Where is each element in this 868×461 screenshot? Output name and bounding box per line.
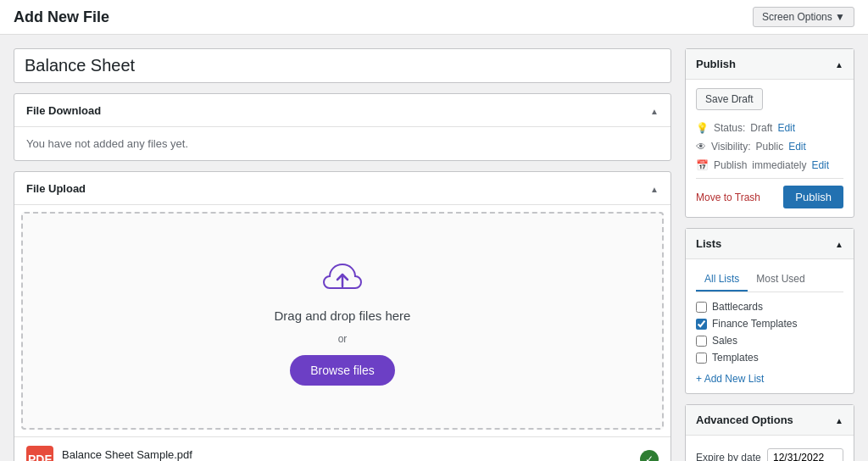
templates-checkbox[interactable] [696,353,707,364]
file-upload-header: File Upload [14,172,670,205]
list-item-battlecards[interactable]: Battlecards [696,301,843,313]
calendar-icon: 📅 [696,159,709,171]
save-draft-button[interactable]: Save Draft [696,88,763,110]
expire-by-date-input[interactable] [767,448,843,461]
file-download-empty-message: You have not added any files yet. [26,137,188,150]
advanced-options-toggle[interactable] [835,414,843,426]
status-icon: 💡 [696,122,709,134]
file-download-title: File Download [26,104,101,117]
advanced-options-heading: Advanced Options [696,414,793,426]
publish-button[interactable]: Publish [783,186,843,208]
list-item-templates[interactable]: Templates [696,352,843,364]
battlecards-checkbox[interactable] [696,302,707,313]
publish-heading: Publish [696,58,736,70]
templates-label: Templates [712,352,759,364]
drag-drop-text: Drag and drop files here [275,308,411,323]
publish-time-edit-link[interactable]: Edit [811,159,829,171]
publish-panel-header: Publish [686,49,854,80]
all-lists-tab[interactable]: All Lists [696,268,748,292]
upload-drop-zone[interactable]: Drag and drop files here or Browse files [21,212,664,430]
title-input[interactable] [14,48,671,83]
file-name: Balance Sheet Sample.pdf [62,448,192,461]
file-download-panel: File Download You have not added any fil… [14,93,671,161]
publish-time-value: immediately [752,159,806,171]
file-upload-title: File Upload [26,182,86,195]
lists-panel: Lists All Lists Most Used Battlecards Fi… [685,228,854,394]
screen-options-button[interactable]: Screen Options ▼ [753,7,854,27]
visibility-label: Visibility: [711,141,750,153]
file-item-left: PDF Balance Sheet Sample.pdf 3.98 MB [26,446,192,461]
finance-templates-label: Finance Templates [712,318,798,330]
lists-panel-header: Lists [686,229,854,259]
file-download-toggle[interactable] [650,103,659,118]
or-text: or [338,333,348,345]
most-used-tab[interactable]: Most Used [748,268,813,292]
lists-heading: Lists [696,237,721,250]
visibility-value: Public [755,141,783,153]
visibility-row: 👁 Visibility: Public Edit [696,137,843,156]
file-check-icon: ✓ [640,450,659,461]
list-item: PDF Balance Sheet Sample.pdf 3.98 MB ✓ [14,437,670,461]
advanced-options-panel: Advanced Options Expire by date Expire b… [685,404,854,461]
browse-files-button[interactable]: Browse files [290,355,394,386]
lists-tabs: All Lists Most Used [696,268,843,292]
add-new-list-link[interactable]: + Add New List [696,373,764,385]
lists-toggle[interactable] [835,237,843,250]
visibility-icon: 👁 [696,141,706,153]
page-title: Add New File [14,8,109,26]
sales-checkbox[interactable] [696,336,707,347]
file-info: Balance Sheet Sample.pdf 3.98 MB [62,448,192,462]
battlecards-label: Battlecards [712,301,763,313]
status-value: Draft [750,122,772,134]
file-list: PDF Balance Sheet Sample.pdf 3.98 MB ✓ X… [14,436,670,461]
file-download-header: File Download [14,94,670,127]
upload-cloud-icon [321,256,364,298]
visibility-edit-link[interactable]: Edit [788,141,806,153]
status-edit-link[interactable]: Edit [777,122,795,134]
file-upload-toggle[interactable] [650,181,659,196]
move-to-trash-link[interactable]: Move to Trash [696,192,760,203]
lists-checkbox-list: Battlecards Finance Templates Sales Temp… [696,301,843,364]
status-row: 💡 Status: Draft Edit [696,119,843,137]
list-item-sales[interactable]: Sales [696,335,843,347]
file-download-body: You have not added any files yet. [14,127,670,160]
publish-time-row: 📅 Publish immediately Edit [696,156,843,175]
advanced-options-header: Advanced Options [686,405,854,436]
expire-by-date-row: Expire by date [696,444,843,461]
file-upload-panel: File Upload Drag and drop files here or … [14,171,671,461]
publish-toggle[interactable] [835,58,843,70]
publish-panel: Publish Save Draft 💡 Status: Draft Edit … [685,48,854,218]
main-layout: File Download You have not added any fil… [0,35,868,461]
list-item-finance-templates[interactable]: Finance Templates [696,318,843,330]
status-label: Status: [714,122,745,134]
lists-panel-body: All Lists Most Used Battlecards Finance … [686,259,854,393]
advanced-options-body: Expire by date Expire by downloads Encry… [686,436,854,461]
publish-panel-body: Save Draft 💡 Status: Draft Edit 👁 Visibi… [686,80,854,217]
finance-templates-checkbox[interactable] [696,319,707,330]
publish-actions: Move to Trash Publish [696,178,843,208]
content-area: File Download You have not added any fil… [14,48,671,461]
sales-label: Sales [712,335,737,347]
expire-by-date-label: Expire by date [696,452,761,461]
sidebar: Publish Save Draft 💡 Status: Draft Edit … [685,48,854,461]
top-bar: Add New File Screen Options ▼ [0,0,868,35]
publish-time-label: Publish [714,159,747,171]
pdf-file-icon: PDF [26,446,53,461]
